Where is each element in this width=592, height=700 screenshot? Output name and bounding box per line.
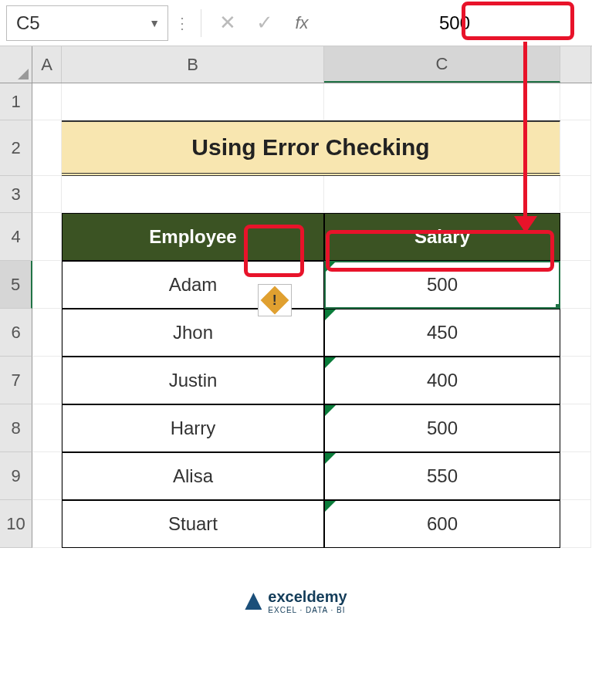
select-all-corner[interactable] — [0, 46, 32, 83]
divider — [201, 9, 201, 37]
row-header-9[interactable]: 9 — [0, 452, 32, 500]
annotation-arrow-line — [523, 42, 527, 221]
row-header-3[interactable]: 3 — [0, 176, 32, 213]
cell-c6[interactable]: 450 — [324, 309, 560, 357]
row-9: 9 Alisa 550 — [0, 452, 592, 500]
cell-d3[interactable] — [560, 176, 591, 213]
cell-d10[interactable] — [560, 500, 591, 548]
row-header-2[interactable]: 2 — [0, 120, 32, 176]
separator-dots-icon: ⋮ — [174, 14, 190, 32]
row-header-4[interactable]: 4 — [0, 213, 32, 261]
cell-d7[interactable] — [560, 357, 591, 404]
row-4: 4 Employee Salary — [0, 213, 592, 261]
cell-d1[interactable] — [560, 83, 591, 120]
row-8: 8 Harry 500 — [0, 404, 592, 452]
row-7: 7 Justin 400 — [0, 357, 592, 404]
cell-b3[interactable] — [62, 176, 324, 213]
cell-a3[interactable] — [32, 176, 62, 213]
cell-d6[interactable] — [560, 309, 591, 357]
row-2: 2 Using Error Checking — [0, 120, 592, 176]
cell-a2[interactable] — [32, 120, 62, 176]
cell-a9[interactable] — [32, 452, 62, 500]
cell-d8[interactable] — [560, 404, 591, 452]
row-header-8[interactable]: 8 — [0, 404, 32, 452]
cell-a8[interactable] — [32, 404, 62, 452]
col-header-b[interactable]: B — [62, 46, 324, 83]
row-10: 10 Stuart 600 — [0, 500, 592, 548]
row-header-1[interactable]: 1 — [0, 83, 32, 120]
row-6: 6 Jhon 450 — [0, 309, 592, 357]
insert-function-icon[interactable]: fx — [286, 8, 317, 39]
cell-b7[interactable]: Justin — [62, 357, 324, 404]
brand-text-wrap: exceldemy EXCEL · DATA · BI — [268, 588, 347, 614]
error-smart-tag[interactable]: ! — [258, 284, 292, 316]
spreadsheet-grid: A B C 1 2 Using Error Checking 3 — [0, 46, 592, 548]
col-header-a[interactable]: A — [32, 46, 62, 83]
cell-a1[interactable] — [32, 83, 62, 120]
cell-d5[interactable] — [560, 261, 591, 309]
watermark: exceldemy EXCEL · DATA · BI — [0, 579, 592, 630]
row-header-10[interactable]: 10 — [0, 500, 32, 548]
chevron-down-icon[interactable]: ▼ — [149, 17, 160, 29]
row-header-5[interactable]: 5 — [0, 261, 32, 309]
brand-logo-icon — [245, 593, 262, 610]
title-cell[interactable]: Using Error Checking — [62, 120, 560, 176]
cell-a6[interactable] — [32, 309, 62, 357]
header-employee[interactable]: Employee — [62, 213, 324, 261]
row-3: 3 — [0, 176, 592, 213]
cell-a10[interactable] — [32, 500, 62, 548]
brand-name: exceldemy — [268, 588, 347, 606]
cell-b1[interactable] — [62, 83, 324, 120]
row-5: 5 Adam 500 — [0, 261, 592, 309]
name-box[interactable]: C5 ▼ — [6, 5, 168, 41]
cell-d4[interactable] — [560, 213, 591, 261]
column-headers: A B C — [0, 46, 592, 83]
brand-subtitle: EXCEL · DATA · BI — [268, 606, 347, 614]
title-text: Using Error Checking — [191, 134, 429, 161]
cell-c5[interactable]: 500 — [324, 261, 560, 309]
formula-bar: C5 ▼ ⋮ ✕ ✓ fx 500 — [0, 0, 592, 46]
cancel-entry-icon[interactable]: ✕ — [212, 8, 243, 39]
formula-input[interactable]: 500 — [323, 5, 586, 41]
warning-icon: ! — [261, 286, 289, 315]
cell-c9[interactable]: 550 — [324, 452, 560, 500]
cell-a7[interactable] — [32, 357, 62, 404]
confirm-entry-icon[interactable]: ✓ — [249, 8, 280, 39]
col-header-d[interactable] — [560, 46, 591, 83]
rows-container: 1 2 Using Error Checking 3 4 Employee — [0, 83, 592, 548]
warning-mark: ! — [272, 293, 277, 309]
cell-b10[interactable]: Stuart — [62, 500, 324, 548]
row-1: 1 — [0, 83, 592, 120]
cell-b9[interactable]: Alisa — [62, 452, 324, 500]
annotation-arrow-head-icon — [514, 216, 537, 233]
cell-c7[interactable]: 400 — [324, 357, 560, 404]
name-box-value: C5 — [16, 12, 40, 34]
cell-c8[interactable]: 500 — [324, 404, 560, 452]
cell-d9[interactable] — [560, 452, 591, 500]
cell-d2[interactable] — [560, 120, 591, 176]
cell-b8[interactable]: Harry — [62, 404, 324, 452]
formula-value: 500 — [439, 12, 470, 34]
row-header-7[interactable]: 7 — [0, 357, 32, 404]
cell-a5[interactable] — [32, 261, 62, 309]
cell-c10[interactable]: 600 — [324, 500, 560, 548]
row-header-6[interactable]: 6 — [0, 309, 32, 357]
cell-a4[interactable] — [32, 213, 62, 261]
